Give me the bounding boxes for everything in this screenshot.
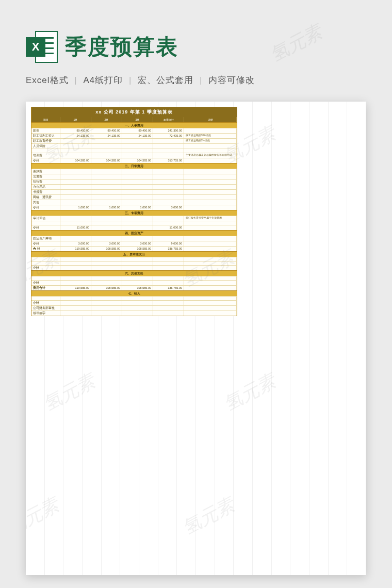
- cell-label: [31, 276, 60, 280]
- cell-m2: [91, 174, 122, 179]
- cell-label: 固定资产摊销: [31, 236, 60, 241]
- cell-total: [153, 195, 184, 200]
- meta-macro: 宏、公式套用: [138, 75, 193, 85]
- col-month-3: 3月: [122, 117, 153, 122]
- cell-m2: [91, 149, 122, 153]
- cell-note: [184, 200, 237, 205]
- cell-m1: 1,000.00: [60, 205, 91, 210]
- table-row: 职工福利工资人24,135.0024,135.0024,135.0072,405…: [31, 133, 237, 138]
- cell-note: [184, 297, 237, 300]
- cell-total: [153, 190, 184, 194]
- cell-note: [184, 276, 237, 280]
- cell-total: 9,000.00: [153, 241, 184, 246]
- cell-m1: [60, 257, 91, 261]
- meta-line: Excel格式 | A4纸打印 | 宏、公式套用 | 内容可修改: [0, 72, 392, 96]
- cell-m2: 108,585.00: [91, 286, 122, 290]
- cell-m3: [122, 297, 153, 300]
- cell-note: [184, 311, 237, 316]
- cell-label: 小计: [31, 266, 60, 270]
- cell-total: [153, 149, 184, 153]
- cell-m1: [60, 174, 91, 179]
- cell-total: [153, 139, 184, 143]
- cell-note: [184, 169, 237, 174]
- cell-label: 书报费: [31, 190, 60, 194]
- cell-note: [184, 257, 237, 261]
- cell-total: [153, 257, 184, 261]
- cell-m3: [122, 200, 153, 205]
- cell-note: [184, 190, 237, 194]
- cell-total: [153, 262, 184, 265]
- cell-m2: [91, 139, 122, 143]
- cell-m3: [122, 195, 153, 200]
- col-month-2: 2月: [91, 117, 122, 122]
- cell-m3: [122, 174, 153, 179]
- cell-m3: 108,585.00: [122, 286, 153, 290]
- cell-m1: 119,585.00: [60, 247, 91, 251]
- cell-m3: [122, 306, 153, 311]
- table-row: 小计: [31, 280, 237, 285]
- section-header: 七、收入: [31, 290, 237, 296]
- table-row: 网络、通讯费: [31, 194, 237, 200]
- cell-label: 差旅费: [31, 169, 60, 174]
- table-row: [31, 276, 237, 280]
- cell-total: [153, 311, 184, 316]
- cell-m2: [91, 306, 122, 311]
- section-header: 二、日常费用: [31, 163, 237, 169]
- cell-m1: [60, 221, 91, 225]
- cell-m2: [91, 195, 122, 200]
- table-row: [31, 221, 237, 225]
- cell-label: [31, 262, 60, 265]
- cell-total: 11,000.00: [153, 225, 184, 230]
- cell-m1: [60, 281, 91, 285]
- table-row: [31, 149, 237, 153]
- cell-total: [153, 169, 184, 174]
- table-row: [31, 257, 237, 261]
- cell-note: [184, 225, 237, 230]
- excel-icon-letter: X: [26, 37, 45, 57]
- cell-total: [153, 297, 184, 300]
- cell-note: [184, 241, 237, 246]
- cell-m2: [91, 200, 122, 205]
- cell-note: [184, 266, 237, 270]
- cell-m2: [91, 297, 122, 300]
- cell-m1: [60, 195, 91, 200]
- cell-m2: [91, 153, 122, 158]
- cell-m1: [60, 276, 91, 280]
- cell-m1: 104,585.00: [60, 158, 91, 163]
- table-row: 公司财务部审核: [31, 305, 237, 311]
- table-row: 小计: [31, 300, 237, 305]
- cell-label: 人员保险: [31, 144, 60, 149]
- cell-label: 公司财务部审核: [31, 306, 60, 311]
- cell-m3: [122, 266, 153, 270]
- table-row: 招待费: [31, 179, 237, 184]
- cell-m2: [91, 216, 122, 221]
- table-row: 审计评估签订服务委托费用属于专项费用: [31, 216, 237, 221]
- cell-total: [153, 281, 184, 285]
- cell-total: [153, 144, 184, 149]
- cell-m3: [122, 169, 153, 174]
- cell-label: 薪资: [31, 128, 60, 133]
- cell-label: 职工教育经费: [31, 139, 60, 143]
- cell-total: [153, 301, 184, 305]
- excel-icon: X: [26, 31, 58, 63]
- cell-m3: [122, 185, 153, 189]
- meta-format: Excel格式: [26, 75, 69, 85]
- page-title: 季度预算表: [65, 32, 178, 61]
- cell-m3: 24,135.00: [122, 134, 153, 138]
- col-note: 说明: [184, 117, 237, 122]
- cell-label: 小计: [31, 301, 60, 305]
- cell-m3: [122, 281, 153, 285]
- cell-m1: 80,450.00: [60, 128, 91, 133]
- cell-m1: [60, 190, 91, 194]
- cell-m1: [60, 139, 91, 143]
- col-month-1: 1月: [60, 117, 91, 122]
- cell-m3: [122, 221, 153, 225]
- cell-label: 小计: [31, 225, 60, 230]
- cell-m1: [60, 262, 91, 265]
- cell-label: 培训费: [31, 153, 60, 158]
- cell-total: 241,350.00: [153, 128, 184, 133]
- cell-note: [184, 306, 237, 311]
- col-total: 本季合计: [153, 117, 184, 122]
- cell-m2: 24,135.00: [91, 134, 122, 138]
- cell-note: 签订服务委托费用属于专项费用: [184, 216, 237, 221]
